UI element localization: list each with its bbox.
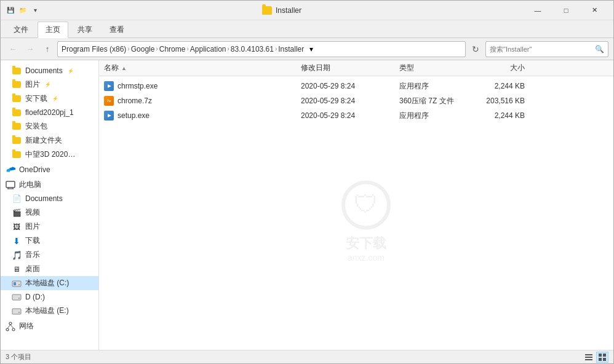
sidebar-item-documents2[interactable]: 📄 Documents bbox=[1, 192, 98, 205]
sidebar: Documents ⚡ 图片 ⚡ 安下载 ⚡ floefd2020pj_1 bbox=[1, 60, 99, 350]
col-header-date[interactable]: 修改日期 bbox=[301, 63, 399, 73]
sidebar-item-install-pkg[interactable]: 安装包 bbox=[1, 119, 98, 133]
breadcrumb-item-4[interactable]: 83.0.4103.61 bbox=[231, 45, 274, 53]
col-header-type[interactable]: 类型 bbox=[399, 63, 473, 73]
file-name-cell: 7z chrome.7z bbox=[104, 96, 301, 106]
col-header-size[interactable]: 大小 bbox=[473, 63, 535, 73]
large-icons-view-button[interactable] bbox=[596, 352, 608, 363]
sidebar-item-zhongwang[interactable]: 中望3D 2020中... bbox=[1, 148, 98, 162]
watermark: 🛡 安下载 anxz.com bbox=[341, 180, 391, 263]
svg-rect-7 bbox=[12, 295, 21, 300]
file-type-cell: 应用程序 bbox=[399, 111, 473, 121]
sort-arrow: ▲ bbox=[121, 65, 127, 71]
sidebar-item-this-pc[interactable]: 此电脑 bbox=[1, 178, 98, 192]
main-content: Documents ⚡ 图片 ⚡ 安下载 ⚡ floefd2020pj_1 bbox=[1, 60, 613, 350]
title-bar: 💾 📁 ▾ Installer — □ ✕ bbox=[1, 1, 613, 20]
sidebar-label: 安下载 bbox=[25, 93, 47, 104]
folder-icon bbox=[12, 136, 22, 146]
back-button[interactable]: ← bbox=[6, 42, 20, 57]
breadcrumb-item-5[interactable]: Installer bbox=[278, 45, 304, 53]
sidebar-item-network[interactable]: 网络 bbox=[1, 319, 98, 333]
sidebar-label: 中望3D 2020中... bbox=[25, 149, 81, 160]
docs-icon: 📄 bbox=[12, 194, 22, 204]
sidebar-item-floefd[interactable]: floefd2020pj_1 bbox=[1, 106, 98, 119]
svg-rect-19 bbox=[599, 354, 602, 357]
breadcrumb-bar[interactable]: Program Files (x86) › Google › Chrome › … bbox=[57, 41, 466, 57]
table-row[interactable]: ▶ setup.exe 2020-05-29 8:24 应用程序 2,244 K… bbox=[99, 108, 613, 123]
breadcrumb-item-0[interactable]: Program Files (x86) bbox=[62, 45, 126, 53]
sidebar-label: Documents bbox=[25, 194, 63, 203]
file-size: 203,516 KB bbox=[486, 97, 525, 105]
quick-access-section: Documents ⚡ 图片 ⚡ 安下载 ⚡ floefd2020pj_1 bbox=[1, 64, 98, 162]
drive-c-icon bbox=[12, 279, 22, 288]
sidebar-label: OneDrive bbox=[19, 165, 50, 174]
breadcrumb-item-1[interactable]: Google bbox=[131, 45, 155, 53]
breadcrumb-dropdown[interactable]: ▾ bbox=[306, 43, 316, 55]
file-type-cell: 360压缩 7Z 文件 bbox=[399, 96, 473, 106]
sidebar-item-music[interactable]: 🎵 音乐 bbox=[1, 248, 98, 262]
file-list-header: 名称 ▲ 修改日期 类型 大小 bbox=[99, 60, 613, 76]
sidebar-item-drive-d[interactable]: D (D:) bbox=[1, 290, 98, 304]
svg-rect-16 bbox=[585, 354, 592, 355]
sidebar-item-pictures[interactable]: 图片 ⚡ bbox=[1, 77, 98, 92]
folder-icon bbox=[12, 122, 22, 132]
search-bar[interactable]: 🔍 bbox=[485, 41, 608, 57]
details-view-button[interactable] bbox=[583, 352, 595, 363]
breadcrumb-item-2[interactable]: Chrome bbox=[159, 45, 186, 53]
file-date-cell: 2020-05-29 8:24 bbox=[301, 82, 399, 90]
onedrive-section: OneDrive bbox=[1, 163, 98, 176]
desktop-icon: 🖥 bbox=[12, 264, 22, 274]
file-size-cell: 2,244 KB bbox=[473, 111, 535, 120]
sidebar-item-drive-c[interactable]: 本地磁盘 (C:) bbox=[1, 276, 98, 290]
sidebar-label: 安装包 bbox=[25, 121, 47, 132]
minimize-button[interactable]: — bbox=[524, 1, 552, 20]
table-row[interactable]: 7z chrome.7z 2020-05-29 8:24 360压缩 7Z 文件… bbox=[99, 93, 613, 108]
drive-d-icon bbox=[12, 292, 22, 302]
search-input[interactable] bbox=[490, 46, 592, 53]
folder-icon bbox=[12, 66, 22, 76]
svg-rect-18 bbox=[585, 359, 592, 360]
svg-rect-20 bbox=[603, 354, 606, 357]
file-date: 2020-05-29 8:24 bbox=[301, 111, 355, 120]
folder-icon bbox=[262, 6, 272, 15]
sidebar-item-desktop[interactable]: 🖥 桌面 bbox=[1, 262, 98, 276]
forward-button[interactable]: → bbox=[23, 42, 38, 57]
file-date-cell: 2020-05-29 8:24 bbox=[301, 97, 399, 105]
file-size-cell: 2,244 KB bbox=[473, 82, 535, 90]
maximize-button[interactable]: □ bbox=[552, 1, 580, 20]
folder-icon bbox=[12, 94, 22, 104]
sidebar-item-new-folder[interactable]: 新建文件夹 bbox=[1, 133, 98, 148]
title-bar-title: Installer bbox=[40, 6, 524, 15]
breadcrumb-item-3[interactable]: Application bbox=[190, 45, 226, 53]
sidebar-item-drive-e[interactable]: 本地磁盘 (E:) bbox=[1, 304, 98, 318]
close-button[interactable]: ✕ bbox=[580, 1, 608, 20]
col-size-label: 大小 bbox=[510, 63, 525, 72]
sidebar-item-anxz[interactable]: 安下载 ⚡ bbox=[1, 92, 98, 106]
refresh-button[interactable]: ↻ bbox=[468, 42, 483, 57]
col-header-name[interactable]: 名称 ▲ bbox=[104, 63, 301, 73]
svg-line-14 bbox=[7, 325, 10, 328]
sidebar-item-videos[interactable]: 🎬 视频 bbox=[1, 205, 98, 220]
watermark-url: anxz.com bbox=[341, 253, 391, 263]
tab-home[interactable]: 主页 bbox=[38, 22, 68, 38]
search-icon: 🔍 bbox=[595, 45, 604, 53]
col-date-label: 修改日期 bbox=[301, 63, 330, 72]
sidebar-item-onedrive[interactable]: OneDrive bbox=[1, 163, 98, 176]
svg-point-12 bbox=[6, 328, 9, 331]
sidebar-label: 新建文件夹 bbox=[25, 135, 62, 146]
tab-view[interactable]: 查看 bbox=[102, 22, 132, 38]
folder-icon bbox=[12, 150, 22, 160]
sidebar-item-pictures2[interactable]: 🖼 图片 bbox=[1, 220, 98, 234]
network-icon bbox=[6, 322, 15, 331]
sidebar-item-downloads[interactable]: ⬇ 下载 bbox=[1, 234, 98, 248]
file-name-cell: ▶ chrmstp.exe bbox=[104, 81, 301, 91]
up-button[interactable]: ↑ bbox=[40, 42, 55, 57]
col-name-label: 名称 bbox=[104, 63, 119, 73]
table-row[interactable]: ▶ chrmstp.exe 2020-05-29 8:24 应用程序 2,244… bbox=[99, 79, 613, 93]
tab-share[interactable]: 共享 bbox=[70, 22, 100, 38]
app-icon-folder-up: 📁 bbox=[18, 6, 28, 15]
this-pc-section: 此电脑 📄 Documents 🎬 视频 🖼 图片 ⬇ 下载 bbox=[1, 178, 98, 318]
tab-file[interactable]: 文件 bbox=[6, 22, 36, 38]
drive-e-icon bbox=[12, 306, 22, 316]
sidebar-item-documents[interactable]: Documents ⚡ bbox=[1, 64, 98, 77]
